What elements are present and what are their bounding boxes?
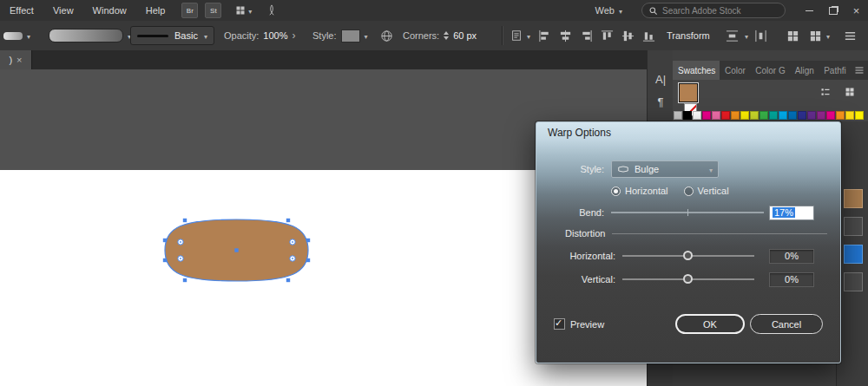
swatch-chip[interactable] [845,111,854,120]
gpu-performance-button[interactable] [266,4,278,16]
ok-button[interactable]: OK [675,314,745,334]
swatch-chip[interactable] [683,111,692,120]
horizontal-slider[interactable] [622,251,754,261]
swatch-chip[interactable] [674,111,682,120]
restore-button[interactable] [821,0,845,21]
swatch-chip[interactable] [817,111,825,120]
horizontal-value-text: 0% [785,251,799,261]
dock-swatch-icon[interactable] [844,189,863,208]
tab-close-icon[interactable] [16,55,22,65]
workspace-switcher[interactable]: Web [595,5,622,16]
swatch-chip[interactable] [826,111,835,120]
warp-style-dropdown[interactable]: Bulge [611,160,719,178]
paragraph-panel-button[interactable]: ¶ [648,90,674,113]
tab-color[interactable]: Color [720,61,750,80]
menu-view[interactable]: View [43,0,83,21]
panel-menu-button[interactable] [851,61,868,80]
distortion-label: Distortion [565,228,605,239]
stroke-profile-dropdown[interactable] [49,21,131,50]
bend-value-field[interactable]: 17% [769,206,814,220]
stock-button[interactable]: St [205,3,221,18]
swatch-chip[interactable] [798,111,806,120]
align-bottom-icon[interactable] [642,29,655,43]
character-panel-button[interactable]: A| [648,68,674,90]
selected-swatch[interactable] [680,84,697,101]
selected-shape-group[interactable] [161,213,312,287]
corners-control[interactable]: Corners: 60 px [403,21,477,50]
vertical-slider[interactable] [622,274,754,285]
horizontal-label: Horizontal: [536,251,615,261]
panel-menu-button[interactable] [844,21,857,50]
menu-window[interactable]: Window [83,0,136,21]
swatch-chip[interactable] [721,111,730,120]
opacity-value[interactable]: 100% [263,30,287,41]
menu-help[interactable]: Help [136,0,175,21]
swatch-chip[interactable] [712,111,720,120]
align-center-icon[interactable] [559,29,572,43]
bend-slider[interactable] [611,207,764,218]
horizontal-slider-handle[interactable] [683,251,693,260]
menu-effect[interactable]: Effect [0,0,43,21]
tab-swatches[interactable]: Swatches [673,61,720,80]
distribute-vertical-icon[interactable] [726,29,739,43]
list-view-button[interactable] [820,87,831,97]
align-middle-icon[interactable] [621,29,635,43]
align-right-icon[interactable] [580,29,593,43]
chevron-down-icon [619,5,622,16]
document-tab-bar: ) [0,50,647,69]
document-tab[interactable]: ) [0,50,32,69]
style-control[interactable]: Style: [312,21,368,50]
document-options-dropdown[interactable] [510,21,530,50]
opacity-panel-arrow-icon[interactable] [293,29,296,42]
swatch-chip[interactable] [769,111,778,120]
horizontal-radio[interactable]: Horizontal [611,186,668,196]
close-button[interactable] [845,0,868,21]
tab-color-guide[interactable]: Color G [750,61,789,80]
chevron-down-icon [527,30,530,41]
vertical-radio[interactable]: Vertical [684,186,729,196]
width-profile-dropdown[interactable] [3,21,30,50]
dock-panel-icon[interactable] [844,272,863,291]
align-top-icon[interactable] [601,29,614,43]
corners-value[interactable]: 60 px [453,30,477,41]
swatch-chip[interactable] [731,111,740,120]
swatch-chip[interactable] [855,111,864,120]
dock-active-panel-icon[interactable] [844,245,863,264]
grid-view-button[interactable] [845,87,855,97]
swatch-chip[interactable] [702,111,711,120]
cancel-button[interactable]: Cancel [750,314,823,334]
snap-options-dropdown[interactable] [809,21,830,50]
swatch-chip[interactable] [693,111,701,120]
stock-search-input[interactable]: Search Adobe Stock [641,3,786,18]
arrange-documents-button[interactable] [235,5,252,16]
chevron-down-icon [709,164,713,174]
distribute-horizontal-icon[interactable] [754,29,767,43]
bridge-button[interactable]: Br [181,3,198,18]
swatch-chip[interactable] [750,111,759,120]
swatch-chip[interactable] [836,111,845,120]
swatch-chip[interactable] [807,111,816,120]
opacity-control[interactable]: Opacity: 100% [224,21,296,50]
horizontal-value-field[interactable]: 0% [769,249,814,264]
document-setup-button[interactable] [380,21,393,50]
swatch-chip[interactable] [788,111,797,120]
dock-panel-icon[interactable] [844,217,863,236]
swatch-chip[interactable] [740,111,749,120]
swatch-chip[interactable] [760,111,768,120]
minimize-button[interactable] [798,0,821,21]
radio-selected-icon [611,186,621,196]
corners-stepper[interactable] [444,31,449,40]
tab-pathfinder[interactable]: Pathfi [819,61,851,80]
shape-options-button[interactable] [786,21,799,50]
brush-dropdown[interactable]: Basic [130,21,214,50]
menu-bar: Effect View Window Help Br St Web Search… [0,0,868,22]
menu-icon [844,29,857,43]
align-left-icon[interactable] [538,29,551,43]
preview-checkbox[interactable]: Preview [554,318,604,330]
vertical-value-field[interactable]: 0% [769,272,814,287]
vertical-slider-handle[interactable] [683,274,693,284]
tab-align[interactable]: Align [790,61,819,80]
transform-link[interactable]: Transform [667,21,710,50]
swatch-chip[interactable] [779,111,787,120]
opacity-label: Opacity: [224,30,259,41]
